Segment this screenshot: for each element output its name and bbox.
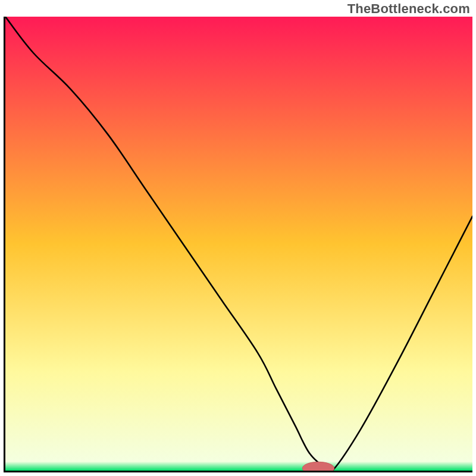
chart-svg	[5, 17, 472, 471]
bottleneck-chart: TheBottleneck.com	[0, 0, 476, 476]
gradient-background	[5, 17, 472, 471]
watermark-text: TheBottleneck.com	[347, 1, 470, 17]
plot-area	[4, 17, 472, 472]
